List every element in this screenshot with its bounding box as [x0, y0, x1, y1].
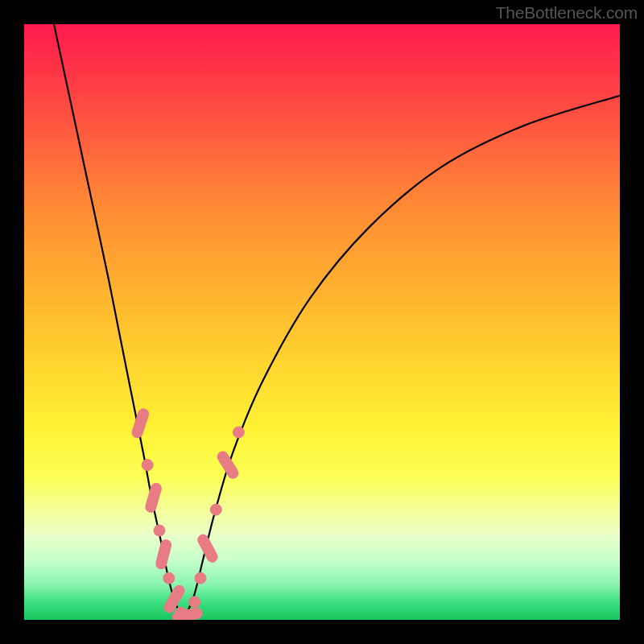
marker-capsule-2 [151, 489, 156, 507]
outer-frame: TheBottleneck.com [0, 0, 644, 644]
watermark-text: TheBottleneck.com [496, 3, 638, 23]
marker-capsule-6 [169, 591, 179, 608]
marker-capsule-11 [203, 540, 212, 557]
marker-layer [138, 414, 245, 618]
curve-right-branch [185, 96, 620, 617]
marker-dot-12 [210, 504, 221, 515]
marker-capsule-13 [223, 456, 233, 473]
curve-layer [54, 24, 620, 617]
plot-area [24, 24, 620, 620]
marker-dot-10 [195, 572, 206, 584]
curve-left-branch [54, 24, 185, 617]
marker-capsule-8 [178, 613, 197, 617]
marker-dot-9 [189, 597, 200, 608]
marker-capsule-0 [138, 414, 143, 432]
marker-dot-5 [163, 572, 175, 584]
chart-svg [24, 24, 620, 620]
marker-dot-1 [142, 460, 153, 471]
marker-dot-3 [154, 525, 165, 536]
marker-capsule-4 [161, 545, 166, 564]
marker-dot-14 [233, 427, 244, 438]
